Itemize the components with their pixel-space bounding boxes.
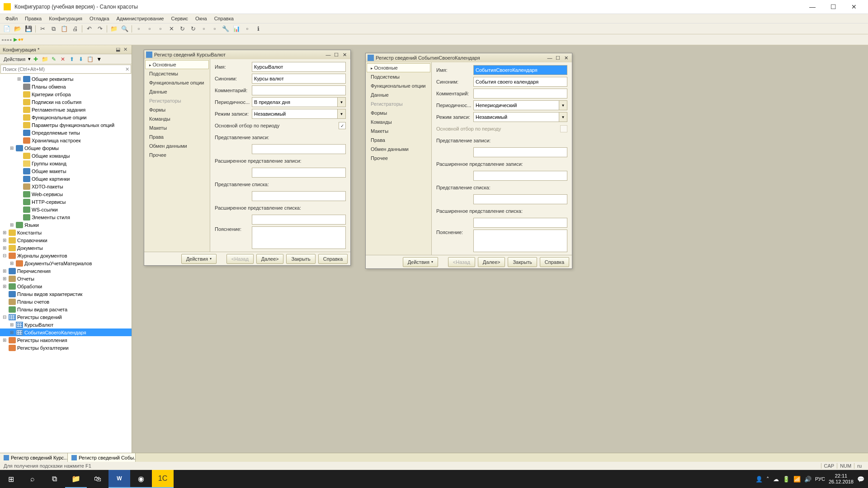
up-icon[interactable]: ⬆	[68, 55, 76, 63]
start-button[interactable]: ⊞	[0, 470, 22, 488]
toggle-icon[interactable]	[16, 122, 22, 128]
win1-minimize-icon[interactable]: —	[324, 51, 332, 58]
toggle-icon[interactable]: ⊞	[2, 245, 7, 251]
win1-close-icon[interactable]: ✕	[340, 51, 349, 58]
tree-node[interactable]: ⊞СобытияСвоегоКалендаря	[0, 328, 132, 336]
onedrive-icon[interactable]: ☁	[773, 476, 779, 483]
menu-edit[interactable]: Правка	[22, 15, 44, 22]
field-name[interactable]	[473, 65, 567, 75]
field-recview-ext[interactable]	[252, 168, 346, 178]
sort-icon[interactable]: 📋	[86, 55, 94, 63]
actions-dropdown[interactable]: Действия	[2, 56, 27, 63]
dropdown-icon[interactable]: ▼	[559, 101, 567, 110]
field-listview-ext[interactable]	[252, 215, 346, 225]
field-periodicity[interactable]: Непериодический▼	[473, 100, 567, 110]
window1-titlebar[interactable]: Регистр сведений КурсыВалют — ☐ ✕	[144, 50, 350, 59]
down-icon[interactable]: ⬇	[77, 55, 85, 63]
toggle-icon[interactable]: ⊞	[2, 284, 7, 289]
toggle-icon[interactable]: ⊞	[9, 261, 14, 266]
tree-node[interactable]: ⊞Языки	[0, 221, 132, 229]
toggle-icon[interactable]	[16, 192, 22, 197]
nav-item[interactable]: Регистраторы	[367, 99, 430, 108]
tree-node[interactable]: Критерии отбора	[0, 90, 132, 98]
pin-icon[interactable]: ⬓	[114, 46, 122, 53]
taskview-icon[interactable]: ⧉	[43, 470, 65, 488]
tree-node[interactable]: Функциональные опции	[0, 113, 132, 121]
toggle-icon[interactable]	[16, 207, 22, 212]
field-synonym[interactable]	[252, 74, 346, 84]
tree-node[interactable]: ⊞Справочники	[0, 236, 132, 244]
toggle-icon[interactable]	[16, 130, 22, 136]
toggle-icon[interactable]: ⊞	[9, 330, 14, 335]
menu-service[interactable]: Сервис	[168, 15, 191, 22]
field-listview-ext[interactable]	[473, 218, 567, 228]
field-recmode[interactable]: Независимый▼	[252, 109, 346, 119]
toggle-icon[interactable]	[16, 169, 22, 174]
store-icon[interactable]: 🛍	[87, 470, 108, 488]
nav-item[interactable]: Данные	[367, 90, 430, 99]
tree-node[interactable]: ⊞Перечисления	[0, 267, 132, 275]
tb2-icon-4[interactable]: ▫	[10, 37, 12, 42]
dropdown-icon[interactable]: ▼	[337, 98, 345, 107]
next-button[interactable]: Далее>	[478, 257, 505, 267]
notifications-icon[interactable]: 💬	[857, 476, 864, 483]
tb-icon-10[interactable]: 📊	[231, 24, 241, 33]
toggle-icon[interactable]	[16, 84, 22, 89]
field-recmode[interactable]: Независимый▼	[473, 112, 567, 122]
filter-icon[interactable]: ▼	[95, 55, 103, 63]
nav-item[interactable]: Обмен данными	[367, 145, 430, 154]
tree-node[interactable]: Определяемые типы	[0, 129, 132, 136]
menu-help[interactable]: Справка	[212, 15, 236, 22]
field-name[interactable]	[252, 62, 346, 72]
chrome-icon[interactable]: ◉	[130, 470, 152, 488]
toggle-icon[interactable]: ⊞	[2, 338, 7, 343]
toggle-icon[interactable]	[16, 184, 22, 189]
actions-button[interactable]: Действия	[181, 254, 217, 264]
toggle-icon[interactable]	[16, 115, 22, 120]
help-button[interactable]: Справка	[318, 254, 348, 264]
tree-node[interactable]: WS-ссылки	[0, 206, 132, 213]
tree-node[interactable]: Общие картинки	[0, 175, 132, 183]
toggle-icon[interactable]: ⊞	[2, 268, 7, 274]
toggle-icon[interactable]	[2, 345, 7, 351]
tree-node[interactable]: Планы видов характеристик	[0, 290, 132, 298]
save-icon[interactable]: 💾	[24, 24, 33, 33]
toggle-icon[interactable]	[16, 176, 22, 182]
window2-titlebar[interactable]: Регистр сведений СобытияСвоегоКалендаря …	[366, 53, 572, 62]
tb-icon-4[interactable]: ✕	[166, 24, 176, 33]
nav-item[interactable]: Команды	[145, 114, 209, 123]
zoom-icon[interactable]: 🔍	[120, 24, 130, 33]
tree-node[interactable]: Общие макеты	[0, 167, 132, 175]
tray-up-icon[interactable]: ˄	[766, 476, 769, 483]
config-tree[interactable]: ⊞Общие реквизитыПланы обменаКритерии отб…	[0, 74, 132, 453]
nav-item[interactable]: Прочее	[145, 150, 209, 160]
tree-node[interactable]: XDTO-пакеты	[0, 183, 132, 190]
toggle-icon[interactable]	[16, 153, 22, 159]
maximize-button[interactable]: ☐	[823, 0, 844, 14]
play-icon[interactable]: ▶	[14, 37, 17, 42]
menu-windows[interactable]: Окна	[193, 15, 210, 22]
check-mainfilter[interactable]: ✓	[339, 122, 346, 129]
field-recview-ext[interactable]	[473, 171, 567, 181]
win2-maximize-icon[interactable]: ☐	[554, 54, 562, 61]
close-button[interactable]: ✕	[844, 0, 864, 14]
new-icon[interactable]: 📄	[2, 24, 12, 33]
tree-node[interactable]: Планы обмена	[0, 83, 132, 90]
wifi-icon[interactable]: 📶	[793, 476, 801, 483]
tb-icon-8[interactable]: ▫	[210, 24, 220, 33]
help-button[interactable]: Справка	[540, 257, 569, 267]
tree-node[interactable]: ⊟Регистры сведений	[0, 313, 132, 321]
nav-item[interactable]: Регистраторы	[145, 96, 209, 105]
menu-admin[interactable]: Администрирование	[114, 15, 167, 22]
toggle-icon[interactable]	[16, 215, 22, 220]
field-comment[interactable]	[252, 85, 346, 95]
volume-icon[interactable]: 🔊	[804, 476, 811, 483]
toggle-icon[interactable]: ⊞	[9, 322, 14, 328]
nav-item[interactable]: Функциональные опции	[145, 78, 209, 87]
cut-icon[interactable]: ✂	[38, 24, 47, 33]
toggle-icon[interactable]: ⊞	[9, 222, 14, 228]
toggle-icon[interactable]: ⊞	[9, 145, 14, 151]
minimize-button[interactable]: —	[802, 0, 823, 14]
toggle-icon[interactable]	[2, 291, 7, 297]
panel-close-icon[interactable]: ✕	[122, 46, 129, 53]
